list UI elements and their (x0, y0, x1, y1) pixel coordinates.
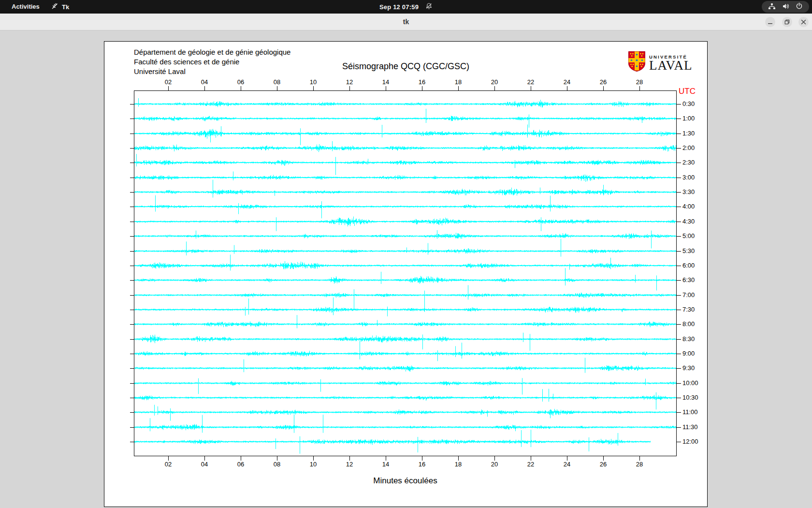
trace-tick-right (677, 310, 681, 310)
x-tick-label-top: 14 (376, 78, 395, 86)
trace-tick-left (130, 222, 134, 222)
app-menu-label: Tk (62, 3, 69, 11)
x-tick-top (639, 86, 640, 90)
trace-tick-right (677, 427, 681, 428)
trace-time-label: 10:30 (682, 394, 698, 401)
trace-tick-left (130, 236, 134, 237)
trace-tick-left (130, 310, 134, 310)
trace-tick-right (677, 354, 681, 354)
x-tick-label-bottom: 06 (231, 461, 250, 468)
trace-time-label: 9:30 (682, 364, 695, 372)
trace-tick-right (677, 339, 681, 340)
trace-time-label: 8:30 (682, 335, 695, 343)
trace-tick-left (130, 134, 134, 134)
logo-laval-text: LAVAL (649, 60, 693, 71)
x-tick-top (277, 86, 277, 90)
x-tick-label-bottom: 18 (449, 461, 468, 468)
plot-title: Séismographe QCQ (CGC/GSC) (104, 61, 708, 72)
trace-time-label: 8:00 (682, 320, 695, 328)
x-tick-label-top: 24 (557, 78, 577, 86)
trace-time-label: 11:30 (682, 423, 698, 431)
trace-time-label: 12:00 (682, 438, 698, 445)
laval-shield-icon (628, 51, 646, 74)
trace-time-label: 0:30 (682, 100, 695, 107)
trace-time-label: 2:00 (682, 144, 695, 151)
trace-tick-left (130, 148, 134, 149)
x-tick-label-top: 04 (195, 78, 214, 86)
x-tick-label-top: 02 (159, 78, 178, 86)
trace-tick-left (130, 119, 134, 119)
x-tick-bottom (277, 456, 277, 461)
x-tick-top (567, 86, 567, 90)
trace-time-label: 11:00 (682, 408, 698, 416)
x-tick-bottom (639, 456, 640, 461)
x-tick-bottom (567, 456, 567, 461)
trace-time-label: 3:30 (682, 188, 695, 195)
trace-time-label: 4:00 (682, 203, 695, 210)
window-title: tk (0, 14, 812, 30)
minimize-button[interactable] (765, 17, 775, 27)
x-tick-bottom (349, 456, 350, 461)
trace-tick-right (677, 163, 681, 163)
trace-tick-right (677, 178, 681, 178)
x-tick-top (422, 86, 422, 90)
trace-tick-left (130, 251, 134, 252)
trace-time-label: 9:00 (682, 350, 695, 357)
x-tick-label-bottom: 04 (195, 461, 214, 468)
universite-laval-logo: UNIVERSITÉ LAVAL (628, 51, 705, 74)
x-tick-top (386, 86, 386, 90)
trace-tick-left (130, 354, 134, 354)
activities-button[interactable]: Activities (12, 0, 40, 14)
trace-tick-right (677, 119, 681, 119)
trace-tick-right (677, 148, 681, 149)
x-tick-top (313, 86, 314, 90)
x-tick-bottom (168, 456, 169, 461)
trace-time-label: 1:30 (682, 130, 695, 137)
trace-tick-left (130, 266, 134, 266)
trace-time-label: 1:00 (682, 115, 695, 122)
trace-tick-left (130, 442, 134, 442)
x-tick-label-bottom: 14 (376, 461, 395, 468)
x-tick-top (204, 86, 205, 90)
x-tick-bottom (204, 456, 205, 461)
power-icon (796, 2, 803, 11)
clock[interactable]: Sep 12 07:59 (379, 3, 419, 11)
x-tick-label-bottom: 02 (159, 461, 178, 468)
tk-feather-icon (51, 2, 58, 11)
x-tick-label-top: 08 (267, 78, 287, 86)
trace-tick-right (677, 442, 681, 442)
x-tick-label-top: 12 (340, 78, 359, 86)
trace-tick-left (130, 412, 134, 413)
trace-tick-right (677, 236, 681, 237)
trace-time-label: 10:00 (682, 379, 698, 387)
notifications-muted-icon (425, 2, 433, 11)
maximize-button[interactable] (782, 17, 792, 27)
x-tick-top (241, 86, 241, 90)
trace-tick-left (130, 295, 134, 296)
x-tick-bottom (386, 456, 386, 461)
trace-time-label: 4:30 (682, 218, 695, 225)
window-titlebar[interactable]: tk (0, 14, 812, 30)
app-menu[interactable]: Tk (51, 0, 69, 14)
volume-icon (782, 3, 790, 11)
trace-time-label: 7:00 (682, 291, 695, 299)
x-tick-bottom (494, 456, 495, 461)
x-tick-top (349, 86, 350, 90)
trace-time-label: 6:00 (682, 262, 695, 269)
trace-tick-left (130, 324, 134, 325)
trace-tick-right (677, 192, 681, 193)
trace-time-label: 5:00 (682, 232, 695, 239)
x-tick-label-top: 22 (521, 78, 540, 86)
trace-tick-left (130, 427, 134, 428)
x-tick-label-bottom: 22 (521, 461, 540, 468)
x-tick-top (458, 86, 459, 90)
x-tick-label-top: 10 (304, 78, 323, 86)
utc-label: UTC (679, 87, 696, 96)
x-tick-label-top: 16 (412, 78, 432, 86)
close-button[interactable] (798, 17, 809, 27)
trace-tick-left (130, 339, 134, 340)
trace-tick-left (130, 192, 134, 193)
trace-tick-right (677, 412, 681, 413)
system-tray[interactable] (762, 1, 809, 13)
x-tick-label-top: 18 (449, 78, 468, 86)
